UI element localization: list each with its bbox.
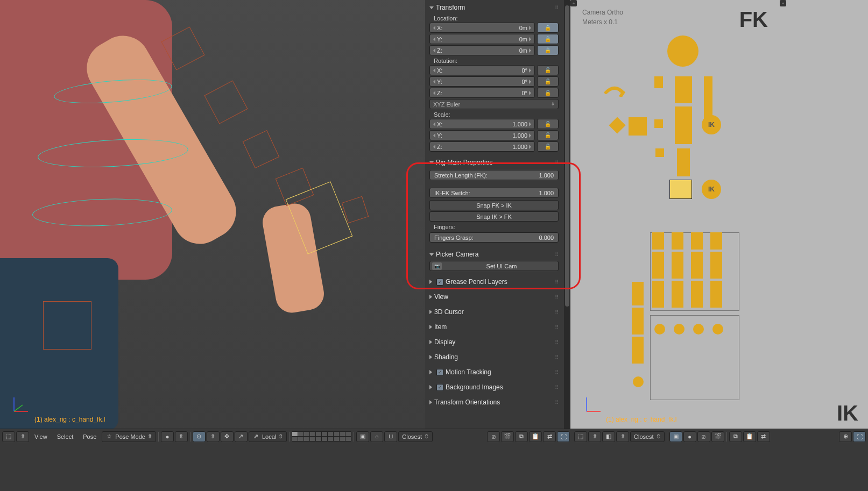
snap-button[interactable]: ⊔ — [384, 431, 397, 442]
picker-hips[interactable] — [629, 117, 647, 136]
display-button[interactable]: ▣ — [669, 431, 682, 442]
overlay-button[interactable]: ● — [683, 431, 696, 442]
scale-y-field[interactable]: Y:1.000 — [429, 130, 535, 140]
picker-finger[interactable] — [710, 252, 722, 279]
picker-chest[interactable] — [675, 76, 692, 103]
picker-finger[interactable] — [672, 252, 683, 279]
picker-arm[interactable] — [654, 119, 663, 128]
picker-ik-badge[interactable]: IK — [702, 115, 721, 134]
picker-finger[interactable] — [691, 232, 703, 250]
lock-button[interactable]: 🔓 — [537, 130, 559, 140]
picker-hand-fk-selected[interactable] — [669, 180, 692, 199]
maximize-button[interactable]: ⛶ — [557, 431, 570, 442]
lock-button[interactable]: 🔒 — [537, 34, 559, 44]
maximize-button[interactable]: ⛶ — [853, 431, 866, 442]
drag-handle-icon[interactable]: ⠿ — [555, 5, 559, 11]
editor-type-dropdown[interactable]: ⬚ — [574, 431, 587, 442]
manip-translate-button[interactable]: ↗ — [235, 431, 248, 442]
shading-button[interactable]: ◧ — [602, 431, 615, 442]
picker-chest-lower[interactable] — [675, 106, 692, 144]
region-toggle-icon[interactable]: + — [570, 0, 577, 6]
drag-handle-icon[interactable]: ⠿ — [555, 294, 559, 300]
layer-buttons[interactable] — [292, 431, 351, 442]
lock-camera-button[interactable]: ▣ — [356, 431, 369, 442]
properties-panel[interactable]: + Transform ⠿ Location: X:0m🔒 Y:0m🔒 Z:0m… — [425, 0, 570, 429]
picker-finger[interactable] — [652, 232, 664, 250]
stretch-length-field[interactable]: Stretch Length (FK):1.000 — [429, 170, 559, 180]
checkbox-icon[interactable]: ✓ — [436, 384, 443, 391]
picker-thumb-base[interactable] — [633, 376, 644, 387]
shading-panel-header[interactable]: Shading⠿ — [429, 352, 559, 362]
picker-camera-header[interactable]: Picker Camera ⠿ — [429, 249, 559, 260]
picker-finger[interactable] — [710, 281, 722, 308]
picker-knuckle[interactable] — [654, 324, 665, 335]
motion-tracking-header[interactable]: ✓Motion Tracking⠿ — [429, 367, 559, 378]
bg-images-header[interactable]: ✓Background Images⠿ — [429, 382, 559, 393]
menu-view[interactable]: View — [30, 433, 52, 440]
lock-button[interactable]: 🔒 — [537, 45, 559, 55]
drag-handle-icon[interactable]: ⠿ — [555, 160, 559, 166]
picker-knuckle[interactable] — [693, 324, 704, 335]
grease-pencil-header[interactable]: ✓Grease Pencil Layers⠿ — [429, 276, 559, 287]
pivot-button[interactable]: ⊙ — [193, 431, 206, 442]
proportional-edit-button[interactable]: ○ — [370, 431, 383, 442]
rotation-mode-dropdown[interactable]: XYZ Euler⇳ — [429, 99, 559, 109]
paste-button[interactable]: 📋 — [743, 431, 756, 442]
checkbox-icon[interactable]: ✓ — [436, 369, 443, 376]
picker-finger[interactable] — [672, 281, 683, 308]
lock-button[interactable]: 🔒 — [537, 23, 559, 33]
picker-leg[interactable] — [677, 148, 690, 176]
opengl-anim-button[interactable]: 🎬 — [501, 431, 514, 442]
paste-pose-button[interactable]: 📋 — [529, 431, 542, 442]
loc-y-field[interactable]: Y:0m — [429, 34, 535, 44]
opengl-render-button[interactable]: ⎚ — [487, 431, 500, 442]
drag-handle-icon[interactable]: ⠿ — [555, 324, 559, 330]
rig-main-header[interactable]: Rig Main Properties ⠿ — [429, 157, 559, 168]
item-panel-header[interactable]: Item⠿ — [429, 322, 559, 332]
shading-solid-button[interactable]: ● — [161, 431, 174, 442]
display-panel-header[interactable]: Display⠿ — [429, 337, 559, 347]
editor-type-dropdown[interactable]: ⬚ — [2, 431, 15, 442]
picker-shoulder[interactable] — [654, 76, 663, 88]
cursor-panel-header[interactable]: 3D Cursor⠿ — [429, 307, 559, 317]
transform-header[interactable]: Transform ⠿ — [429, 2, 559, 13]
picker-knuckle[interactable] — [712, 324, 723, 335]
snap-ik-fk-button[interactable]: Snap IK > FK — [429, 211, 559, 222]
shading-caret[interactable]: ⇳ — [175, 431, 188, 442]
picker-ik-badge[interactable]: IK — [702, 180, 721, 199]
picker-thumb[interactable] — [632, 282, 644, 305]
checkbox-icon[interactable]: ✓ — [436, 279, 443, 286]
picker-finger[interactable] — [652, 281, 664, 308]
drag-handle-icon[interactable]: ⠿ — [555, 309, 559, 315]
picker-thumb[interactable] — [632, 337, 644, 364]
picker-finger[interactable] — [691, 281, 703, 308]
extra-button[interactable]: ⊕ — [839, 431, 852, 442]
drag-handle-icon[interactable]: ⠿ — [555, 252, 559, 258]
drag-handle-icon[interactable]: ⠿ — [555, 354, 559, 360]
paste-flip-button[interactable]: ⇄ — [757, 431, 770, 442]
picker-head[interactable] — [667, 35, 698, 67]
picker-rotate-arrow-icon[interactable] — [602, 82, 627, 97]
lock-button[interactable]: 🔓 — [537, 88, 559, 98]
fingers-grasp-field[interactable]: Fingers Grasp:0.000 — [429, 232, 559, 243]
scale-x-field[interactable]: X:1.000 — [429, 119, 535, 129]
editor-type-caret[interactable]: ⇳ — [588, 431, 601, 442]
picker-hip-diamond[interactable] — [609, 117, 625, 133]
lock-button[interactable]: 🔓 — [537, 141, 559, 152]
shading-caret[interactable]: ⇳ — [616, 431, 629, 442]
snap-target-dropdown[interactable]: Closest⇳ — [630, 431, 665, 442]
picker-finger[interactable] — [710, 232, 722, 250]
rot-x-field[interactable]: X:0° — [429, 65, 535, 75]
picker-finger[interactable] — [652, 252, 664, 279]
menu-pose[interactable]: Pose — [79, 433, 101, 440]
picker-thumb[interactable] — [632, 308, 644, 335]
mode-dropdown[interactable]: ☆Pose Mode⇳ — [102, 431, 156, 442]
render-button[interactable]: ⎚ — [697, 431, 710, 442]
ikfk-switch-field[interactable]: IK-FK Switch:1.000 — [429, 188, 559, 198]
drag-handle-icon[interactable]: ⠿ — [555, 279, 559, 285]
picker-knee[interactable] — [655, 148, 664, 157]
menu-select[interactable]: Select — [53, 433, 78, 440]
drag-handle-icon[interactable]: ⠿ — [555, 385, 559, 390]
drag-handle-icon[interactable]: ⠿ — [555, 400, 559, 405]
paste-flip-button[interactable]: ⇄ — [543, 431, 556, 442]
